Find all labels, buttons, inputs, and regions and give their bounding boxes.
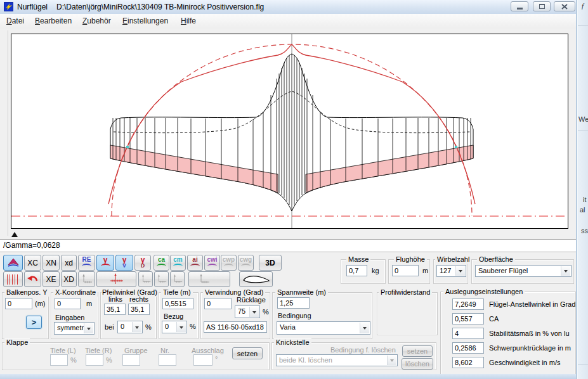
curve-icon (207, 264, 217, 269)
spannweite-input[interactable] (277, 297, 310, 309)
menu-hilfe[interactable]: Hilfe (180, 14, 197, 29)
pfeilwinkel-links-input[interactable] (104, 304, 126, 315)
cwp-plot-button[interactable]: cwp (221, 255, 237, 271)
axis-scale-button-1[interactable] (78, 271, 95, 287)
apply-balkenpos-button[interactable]: > (26, 316, 42, 329)
axis-icon (156, 274, 167, 285)
klappe-frame: Klappe Tiefe (L) % Tiefe (R) % Gruppe Nr… (2, 342, 270, 370)
ausschlag-input[interactable] (193, 354, 212, 366)
balkenpos-input[interactable] (5, 298, 32, 309)
toolbar: XC XN xd RE γ γV γD ca cm ai cwi cwp cwg… (0, 253, 577, 288)
klappe-setzen-button[interactable]: setzen (232, 347, 263, 359)
chevron-down-icon (455, 266, 465, 276)
anstellwinkel-input[interactable] (452, 299, 484, 310)
minimize-button[interactable] (511, 1, 528, 11)
close-button[interactable] (554, 1, 575, 11)
verwindung-input[interactable] (204, 298, 232, 309)
ausschlag-unit: ° (215, 355, 218, 363)
maximize-button[interactable] (533, 1, 551, 11)
wirbelzahl-frame: Wirbelzahl 127 (433, 259, 468, 284)
intersection-marker (126, 146, 129, 148)
gamma-d-plot-button[interactable]: γD (134, 255, 151, 271)
flughoehe-unit: m (422, 267, 428, 274)
menu-bar: Datei Bearbeiten Zubehör Einstellungen H… (0, 14, 577, 29)
ai-plot-button[interactable]: ai (187, 255, 203, 271)
planform-view-button[interactable] (3, 255, 23, 271)
cwi-plot-button[interactable]: cwi (204, 255, 220, 271)
gamma-v-plot-button[interactable]: γV (115, 255, 133, 271)
axis-scale-button-5[interactable] (188, 271, 230, 287)
xn-button[interactable]: XN (42, 255, 60, 271)
oberflaeche-frame: Oberfläche Sauberer Flügel (471, 259, 574, 284)
xc-button[interactable]: XC (24, 255, 41, 271)
tiefe-l-unit: % (70, 356, 77, 364)
wing-planform-drawing[interactable] (11, 34, 568, 229)
tiefe-input[interactable] (162, 298, 193, 309)
knickstelle-setzen-button[interactable]: setzen (402, 345, 433, 357)
axis-icon (198, 274, 211, 285)
view-3d-button[interactable]: 3D (259, 255, 282, 271)
masse-input[interactable] (346, 265, 367, 276)
axis-scale-button-2[interactable] (138, 271, 153, 287)
position-marker[interactable] (11, 229, 18, 237)
tiefe-r-input[interactable] (86, 354, 103, 366)
flughoehe-input[interactable] (392, 265, 419, 276)
xkoordinate-input[interactable] (55, 298, 81, 309)
chevron-down-icon (360, 323, 369, 333)
stabilitaetsmass-input[interactable] (452, 328, 484, 339)
profil-input[interactable] (204, 321, 267, 333)
axis-scale-button-4[interactable] (170, 271, 185, 287)
schwerpunkt-label: Schwerpunktrücklage in m (489, 344, 571, 352)
axis-icon (140, 274, 152, 285)
bg-text-fragment: al (580, 206, 585, 214)
menu-datei[interactable]: Datei (5, 14, 25, 29)
gamma-plot-button[interactable]: γ (96, 255, 114, 271)
oberflaeche-select[interactable]: Sauberer Flügel (475, 265, 572, 277)
bg-text-fragment: it (583, 196, 587, 203)
wirbelzahl-select[interactable]: 127 (436, 265, 466, 277)
eingaben-select[interactable]: symmetri (54, 322, 95, 335)
bg-text-fragment: f (582, 2, 584, 10)
axis-scale-button-3[interactable] (154, 271, 169, 287)
menu-einstellungen[interactable]: Einstellungen (121, 14, 169, 29)
menu-bearbeiten[interactable]: Bearbeiten (34, 14, 73, 29)
xe-button[interactable]: XE (42, 271, 60, 287)
cwg-plot-button[interactable]: cwg (238, 255, 254, 271)
chevron-down-icon (84, 323, 93, 333)
ribs-view-button[interactable] (3, 271, 23, 287)
masse-unit: kg (372, 267, 379, 274)
axis-scale-button-active[interactable] (96, 271, 136, 287)
balkenpos-label: Balkenpos. Y (4, 288, 49, 297)
nr-input[interactable] (159, 354, 176, 366)
cm-plot-button[interactable]: cm (170, 255, 186, 271)
menu-zubehoer[interactable]: Zubehör (81, 14, 112, 29)
xd2-button[interactable]: XD (61, 271, 77, 287)
auslegung-label: Auslegungseinstellungen (443, 288, 525, 296)
geschwindigkeit-input[interactable] (452, 357, 484, 368)
gruppe-input[interactable] (122, 354, 140, 366)
bedingung-select[interactable]: Varia (277, 321, 370, 335)
re-plot-button[interactable]: RE (78, 255, 95, 271)
masse-frame: Masse kg (341, 259, 386, 284)
flughoehe-frame: Flughöhe m (388, 259, 430, 284)
knickstelle-select[interactable]: beide Kl. löschen (276, 354, 398, 366)
xd-button[interactable]: xd (61, 255, 77, 271)
ca-plot-button[interactable]: ca (154, 255, 169, 271)
title-bar[interactable]: NurflügelD:\Daten\jörg\MiniRock\130409 T… (0, 0, 577, 15)
airfoil-view-button[interactable] (239, 271, 273, 287)
pfeilwinkel-rechts-input[interactable] (128, 304, 150, 315)
bezug-select[interactable]: 0 (162, 321, 187, 333)
ca-input[interactable] (452, 313, 484, 324)
axis-icon (81, 274, 93, 285)
tiefe-frame: Tiefe (m) Bezug 0 % (159, 292, 199, 339)
wing-planform-svg (11, 34, 568, 228)
ruecklage-select[interactable]: 75 (235, 305, 260, 318)
schwerpunkt-input[interactable] (452, 342, 484, 354)
knickstelle-loeschen-button[interactable]: löschen (402, 358, 433, 369)
bei-select[interactable]: 0 (117, 321, 143, 333)
close-icon (561, 4, 568, 10)
undo-button[interactable] (24, 271, 41, 287)
bei-label: bei (105, 323, 114, 331)
tiefe-l-input[interactable] (50, 354, 68, 366)
chevron-down-icon (387, 356, 396, 365)
